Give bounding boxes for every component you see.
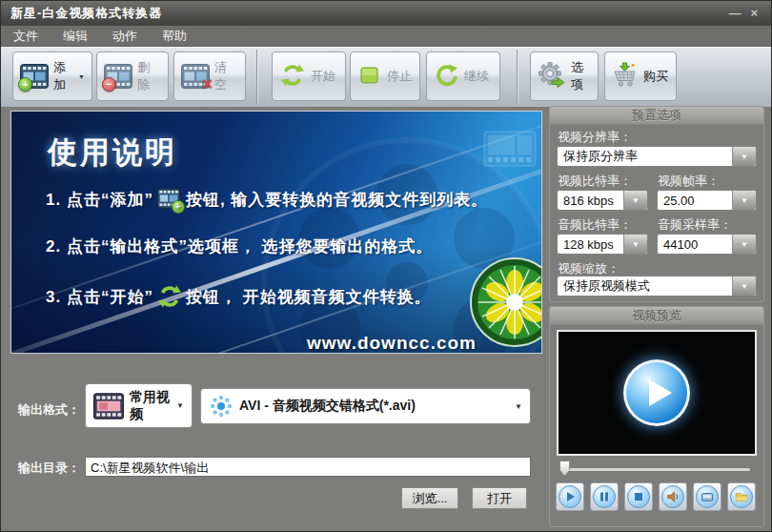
framerate-select[interactable]: 25.00 ▼ [657,190,757,211]
inline-refresh-icon [157,284,182,309]
output-format-value: AVI - 音频视频交错格式(*.avi) [239,398,416,415]
start-button[interactable]: 开始 [272,51,346,101]
preview-pause-button[interactable] [590,482,619,511]
instruction-step-1: 1. 点击“添加” + 按钮, 输入要转换的音视频文件到列表。 [46,188,488,211]
video-bitrate-label: 视频比特率： [558,173,632,190]
speaker-icon [661,485,684,508]
video-preview-area [557,330,757,456]
seek-slider-track[interactable] [567,468,750,471]
format-category-value: 常用视频 [130,389,171,423]
instruction-step-3: 3. 点击“开始” 按钮， 开始视频音频文件转换。 [46,284,432,309]
close-button[interactable]: × [750,7,758,20]
chevron-down-icon[interactable]: ▼ [732,147,756,166]
framerate-label: 视频帧率： [658,173,720,190]
options-button-label: 选项 [571,59,591,93]
lime-logo [469,256,542,348]
sample-rate-select[interactable]: 44100 ▼ [657,234,757,255]
minimize-button[interactable]: — [728,7,741,20]
chevron-down-icon[interactable]: ▼ [732,276,756,296]
window-title: 新星-白金视频格式转换器 [1,5,162,22]
site-watermark: www.downcc.com [307,333,477,354]
stop-button[interactable]: 停止 [350,51,420,101]
filmstrip-watermark-icon [483,131,537,174]
film-red-icon [93,393,124,419]
output-format-select[interactable]: AVI - 音频视频交错格式(*.avi) ▼ [200,388,531,424]
seek-slider-thumb[interactable] [559,460,570,476]
gear-icon [538,61,566,92]
chevron-down-icon[interactable]: ▼ [732,191,756,210]
preview-snapshot-button[interactable] [693,482,721,511]
panel-title: 使用说明 [48,133,177,173]
toolbar: + 添加 ▼ − 删除 × 清空 开始 [1,47,771,108]
chevron-down-icon[interactable]: ▼ [623,191,647,210]
window-controls: — × [728,7,771,20]
preview-play-button[interactable] [556,482,584,511]
chevron-down-icon[interactable]: ▼ [623,235,647,254]
film-add-icon: + [20,64,49,89]
menu-edit[interactable]: 编辑 [51,28,100,45]
inline-film-add-icon: + [157,188,182,211]
sample-rate-label: 音频采样率： [658,216,732,234]
instruction-panel: 使用说明 1. 点击“添加” + 按钮, 输入要转换的音视频文件到列表。 2. … [10,111,542,354]
resume-button-label: 继续 [464,68,489,85]
menu-help[interactable]: 帮助 [150,28,199,45]
snapshot-icon [696,485,719,508]
clear-button[interactable]: × 清空 [173,51,246,101]
toolbar-separator [517,50,518,104]
audio-bitrate-label: 音频比特率： [558,216,632,234]
preview-groupbox: 视频预览 [549,306,764,527]
clear-button-label: 清空 [214,59,238,93]
video-scale-select[interactable]: 保持原视频模式 ▼ [557,276,757,297]
resolution-label: 视频分辨率： [558,129,632,146]
chevron-down-icon: ▼ [515,402,522,411]
menubar: 文件 编辑 动作 帮助 [1,26,771,47]
preview-play-overlay-icon[interactable] [623,359,690,426]
presets-header: 预置选项 [550,107,763,125]
format-dots-icon [209,394,234,419]
open-button[interactable]: 打开 [472,487,527,509]
pause-icon [593,485,616,508]
options-button[interactable]: 选项 [530,51,599,101]
add-button[interactable]: + 添加 ▼ [12,51,92,101]
film-clear-icon: × [181,64,210,89]
preview-open-folder-button[interactable] [727,482,756,511]
start-icon [279,63,306,91]
app-window: 新星-白金视频格式转换器 — × 文件 编辑 动作 帮助 + 添加 ▼ − 删除 [0,0,772,532]
play-icon [559,485,581,508]
buy-button-label: 购买 [643,68,668,85]
remove-button-label: 删除 [137,59,161,93]
buy-button[interactable]: 购买 [604,51,677,101]
menu-file[interactable]: 文件 [1,28,51,45]
resume-icon [434,63,459,91]
stop-icon [627,485,650,508]
toolbar-separator [256,50,257,104]
output-dir-input[interactable]: C:\新星视频软件\输出 [85,457,531,477]
folder-icon [730,485,753,508]
audio-bitrate-select[interactable]: 128 kbps ▼ [557,234,648,255]
instruction-step-2: 2. 点击“输出格式”选项框， 选择您要输出的格式。 [46,235,434,257]
chevron-down-icon[interactable]: ▼ [732,235,756,254]
resolution-select[interactable]: 保持原分辨率 ▼ [557,146,757,167]
start-button-label: 开始 [311,68,335,85]
stop-icon [357,63,382,91]
output-dir-label: 输出目录： [18,460,80,477]
menu-action[interactable]: 动作 [100,28,150,45]
remove-button[interactable]: − 删除 [96,51,169,101]
browse-button[interactable]: 浏览... [401,487,458,509]
add-dropdown-caret-icon[interactable]: ▼ [78,73,85,80]
video-bitrate-select[interactable]: 816 kbps ▼ [557,190,648,211]
stop-button-label: 停止 [387,68,412,85]
preview-stop-button[interactable] [624,482,653,511]
film-remove-icon: − [104,64,132,89]
chevron-down-icon: ▼ [176,401,184,410]
output-format-label: 输出格式： [18,401,80,419]
preview-volume-button[interactable] [659,482,687,511]
format-category-select[interactable]: 常用视频 ▼ [85,383,193,428]
resume-button[interactable]: 继续 [426,51,500,101]
preview-header: 视频预览 [550,307,763,325]
add-button-label: 添加 [53,59,71,93]
cart-icon [612,62,639,91]
titlebar: 新星-白金视频格式转换器 — × [1,1,771,26]
